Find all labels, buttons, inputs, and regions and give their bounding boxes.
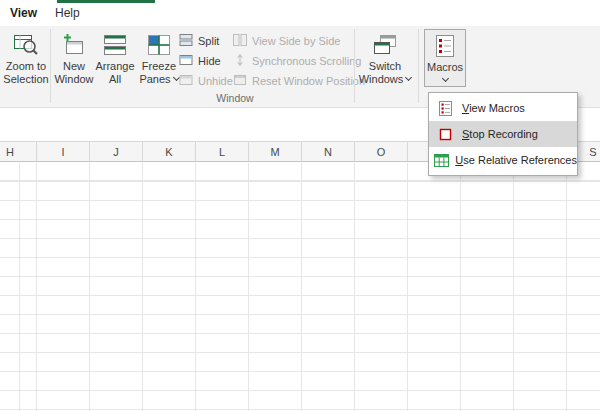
zoom-to-selection-icon xyxy=(13,31,39,58)
macros-label: Macros xyxy=(427,60,463,73)
macros-button[interactable]: Macros xyxy=(424,29,466,87)
macros-dropdown-menu: View Macros Stop Recording Use Relative … xyxy=(428,92,578,176)
group-separator xyxy=(418,29,419,103)
hide-label: Hide xyxy=(198,55,221,67)
hide-icon xyxy=(179,53,193,69)
reset-window-position-button: Reset Window Position xyxy=(230,71,352,90)
button-label: Zoom to Selection xyxy=(3,59,48,85)
relative-references-icon xyxy=(433,153,450,168)
label-rest: top Recording xyxy=(469,128,538,140)
view-side-by-side-icon xyxy=(233,33,247,49)
reset-window-position-icon xyxy=(233,73,247,89)
arrange-all-button[interactable]: Arrange All xyxy=(94,28,136,90)
label-line-2: All xyxy=(109,72,121,85)
hide-button[interactable]: Hide xyxy=(176,51,228,70)
menu-item-label: View Macros xyxy=(462,102,525,114)
label-line-2-text: Panes xyxy=(139,73,170,85)
split-button[interactable]: Split xyxy=(176,31,228,50)
column-header[interactable]: L xyxy=(196,142,249,161)
column-header[interactable]: N xyxy=(302,142,355,161)
reset-window-position-label: Reset Window Position xyxy=(252,75,365,87)
label-line-1: Freeze xyxy=(142,59,176,72)
label-rest: iew Macros xyxy=(469,102,525,114)
excel-window: View Help Zoom to Selection New Window xyxy=(0,0,600,411)
column-header[interactable]: O xyxy=(355,142,408,161)
column-header[interactable]: H xyxy=(0,142,37,161)
column-header[interactable]: I xyxy=(37,142,90,161)
button-label: Freeze Panes xyxy=(139,59,178,85)
ribbon-tab-bar: View Help xyxy=(0,0,600,26)
menu-item-stop-recording[interactable]: Stop Recording xyxy=(429,121,577,147)
synchronous-scrolling-button: Synchronous Scrolling xyxy=(230,51,352,70)
new-window-button[interactable]: New Window xyxy=(54,28,94,90)
switch-windows-button[interactable]: Switch Windows xyxy=(358,28,412,90)
column-header[interactable]: J xyxy=(90,142,143,161)
label-line-2: Panes xyxy=(139,72,178,85)
split-label: Split xyxy=(198,35,219,47)
new-window-icon xyxy=(61,31,87,58)
menu-item-view-macros[interactable]: View Macros xyxy=(429,95,577,121)
synchronous-scrolling-label: Synchronous Scrolling xyxy=(252,55,361,67)
label-line-1: Zoom to xyxy=(6,59,46,72)
worksheet-grid[interactable] xyxy=(0,163,600,411)
button-label: New Window xyxy=(54,59,93,85)
label-rest: se Relative References xyxy=(463,154,577,166)
unhide-icon xyxy=(179,73,193,89)
label-line-1: Switch xyxy=(369,59,401,72)
chevron-down-icon xyxy=(441,74,448,81)
menu-item-label: Stop Recording xyxy=(462,128,538,140)
menu-item-label: Use Relative References xyxy=(455,154,577,166)
arrange-all-icon xyxy=(102,31,128,58)
split-icon xyxy=(179,33,193,49)
tab-view[interactable]: View xyxy=(10,6,37,20)
freeze-panes-icon xyxy=(146,31,172,58)
zoom-to-selection-button[interactable]: Zoom to Selection xyxy=(2,28,50,90)
menu-item-use-relative-references[interactable]: Use Relative References xyxy=(429,147,577,173)
view-side-by-side-label: View Side by Side xyxy=(252,35,340,47)
tab-help[interactable]: Help xyxy=(55,6,80,20)
window-group-label: Window xyxy=(52,92,418,104)
freeze-panes-button[interactable]: Freeze Panes xyxy=(137,28,181,90)
chevron-down-icon xyxy=(405,73,412,80)
switch-windows-icon xyxy=(372,31,398,58)
label-line-1: Arrange xyxy=(95,59,134,72)
button-label: Switch Windows xyxy=(359,59,412,85)
view-side-by-side-button: View Side by Side xyxy=(230,31,352,50)
column-header[interactable]: K xyxy=(143,142,196,161)
label-line-1: New xyxy=(63,59,85,72)
label-line-2: Selection xyxy=(3,72,48,85)
stop-recording-icon xyxy=(433,127,457,142)
button-label: Macros xyxy=(427,60,463,86)
group-separator xyxy=(50,29,51,103)
active-tab-underline xyxy=(57,0,155,3)
column-header[interactable]: M xyxy=(249,142,302,161)
unhide-button: Unhide xyxy=(176,71,228,90)
view-macros-icon xyxy=(433,101,457,116)
label-line-2: Windows xyxy=(359,72,412,85)
synchronous-scrolling-icon xyxy=(233,53,247,69)
label-line-2-text: Windows xyxy=(359,73,404,85)
button-label: Arrange All xyxy=(95,59,134,85)
macros-icon xyxy=(432,33,458,59)
chevron-line xyxy=(443,73,448,86)
unhide-label: Unhide xyxy=(198,75,233,87)
label-line-2: Window xyxy=(54,72,93,85)
